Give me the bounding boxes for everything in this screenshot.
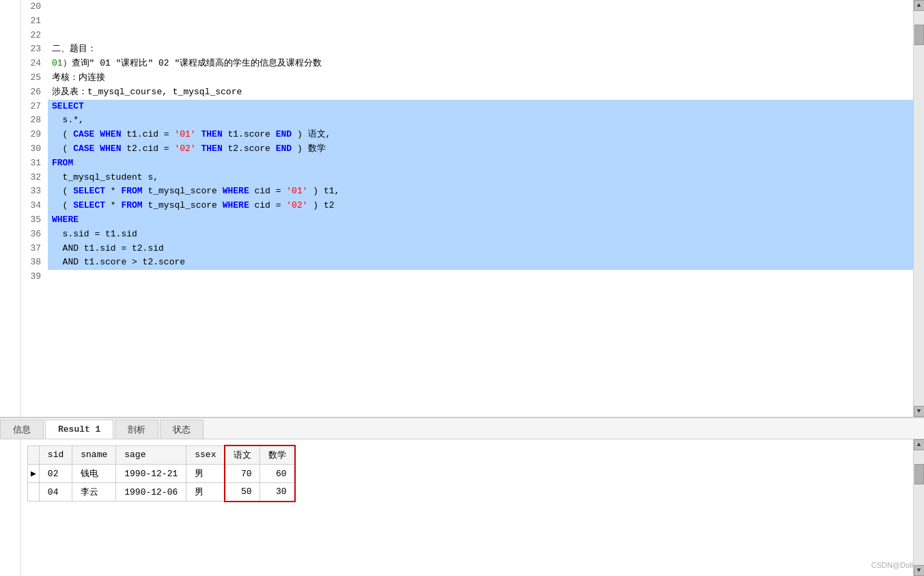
code-token: SELECT (73, 186, 105, 196)
code-editor: 20 21 22 23二、题目：2401）查询" 01 "课程比" 02 "课程… (0, 0, 924, 417)
col-header-数学: 数学 (260, 445, 296, 465)
cell-sname: 李云 (72, 483, 116, 502)
code-line: 35WHERE (20, 213, 913, 228)
table-row: 04李云1990-12-06男5030 (28, 483, 296, 502)
code-token: WHERE (223, 186, 249, 196)
cell-ssex: 男 (186, 483, 225, 502)
line-number: 28 (20, 113, 48, 128)
line-number: 31 (20, 156, 48, 171)
results-content: sidsnamesagessex语文数学▶02钱电1990-12-21男7060… (20, 439, 913, 576)
code-line: 22 (20, 29, 913, 43)
scrollbar-track (914, 11, 924, 406)
tab-剖析[interactable]: 剖析 (115, 420, 158, 439)
row-arrow (28, 483, 40, 502)
code-token: FROM (121, 186, 142, 196)
line-code: AND t1.score > t2.score (48, 256, 913, 270)
code-token: 二、题目： (52, 44, 96, 54)
line-number: 29 (20, 128, 48, 142)
line-code (48, 270, 913, 284)
code-line: 32 t_mysql_student s, (20, 171, 913, 185)
code-token: s.*, (52, 115, 84, 125)
code-content: 20 21 22 23二、题目：2401）查询" 01 "课程比" 02 "课程… (20, 0, 913, 417)
line-number: 35 (20, 213, 48, 228)
code-line: 39 (20, 270, 913, 284)
code-line: 37 AND t1.sid = t2.sid (20, 242, 913, 256)
line-code (48, 0, 913, 14)
code-token: 考核：内连接 (52, 72, 105, 83)
code-token: END (276, 129, 292, 139)
tab-状态[interactable]: 状态 (160, 420, 204, 439)
line-number: 34 (20, 199, 48, 213)
code-line: 2401）查询" 01 "课程比" 02 "课程成绩高的学生的信息及课程分数 (20, 57, 913, 71)
line-code: AND t1.sid = t2.sid (48, 242, 913, 256)
code-line: 34 ( SELECT * FROM t_mysql_score WHERE c… (20, 199, 913, 213)
line-number: 27 (20, 100, 48, 114)
code-token: SELECT (52, 101, 84, 111)
code-token: t_mysql_student s, (52, 172, 158, 182)
line-code: ( CASE WHEN t1.cid = '01' THEN t1.score … (48, 128, 913, 142)
code-line: 21 (20, 14, 913, 29)
code-token: t1.score (223, 129, 276, 139)
scrollbar-right: ▲ ▼ (913, 0, 924, 417)
code-token: END (276, 143, 292, 154)
cell-shuxue: 30 (260, 483, 296, 502)
code-token: THEN (196, 143, 223, 154)
line-code: 二、题目： (48, 42, 913, 57)
code-token: ) 语文, (292, 129, 331, 139)
cell-sname: 钱电 (72, 465, 116, 483)
code-line: 26涉及表：t_mysql_course, t_mysql_score (20, 85, 913, 100)
code-token: ) 数学 (292, 143, 325, 154)
line-code: ( SELECT * FROM t_mysql_score WHERE cid … (48, 199, 913, 213)
results-table: sidsnamesagessex语文数学▶02钱电1990-12-21男7060… (27, 445, 296, 502)
code-line: 27SELECT (20, 100, 913, 114)
code-token: ( (52, 143, 73, 154)
row-arrow: ▶ (28, 465, 40, 483)
code-line: 31FROM (20, 156, 913, 171)
code-line: 33 ( SELECT * FROM t_mysql_score WHERE c… (20, 184, 913, 199)
code-token: AND t1.score > t2.score (52, 257, 185, 267)
code-lines: 20 21 22 23二、题目：2401）查询" 01 "课程比" 02 "课程… (20, 0, 913, 284)
code-line: 25考核：内连接 (20, 71, 913, 85)
line-code: t_mysql_student s, (48, 171, 913, 185)
line-number: 24 (20, 57, 48, 71)
scroll-down-btn[interactable]: ▼ (914, 406, 925, 417)
code-token: '01' (286, 186, 307, 196)
results-scroll-down-btn[interactable]: ▼ (914, 565, 925, 576)
code-token: t2.cid = (121, 143, 174, 154)
code-token: 涉及表：t_mysql_course, t_mysql_score (52, 87, 242, 97)
code-token: 01 (52, 58, 63, 68)
cell-ssex: 男 (186, 465, 225, 483)
line-code (48, 29, 913, 43)
line-code: s.sid = t1.sid (48, 228, 913, 242)
cell-yuwen: 70 (225, 465, 260, 483)
code-token: ( (52, 129, 73, 139)
line-code: ( SELECT * FROM t_mysql_score WHERE cid … (48, 184, 913, 199)
cell-sage: 1990-12-21 (116, 465, 186, 483)
scroll-up-btn[interactable]: ▲ (914, 0, 925, 11)
tabs-bar: 信息Result 1剖析状态 (0, 417, 924, 439)
col-header-sage: sage (116, 445, 186, 465)
code-token: WHERE (223, 200, 249, 210)
line-code: WHERE (48, 213, 913, 228)
scrollbar-right-results: ▲ ▼ (913, 439, 924, 576)
code-token: cid = (249, 186, 287, 196)
scrollbar-thumb[interactable] (914, 25, 924, 45)
line-number: 36 (20, 228, 48, 242)
results-scrollbar-thumb[interactable] (914, 464, 924, 484)
code-token: FROM (121, 200, 142, 210)
code-token: cid = (249, 200, 287, 210)
code-token: s.sid = t1.sid (52, 229, 137, 239)
table-row: ▶02钱电1990-12-21男7060 (28, 465, 296, 483)
col-header-sid: sid (39, 445, 72, 465)
results-scroll-up-btn[interactable]: ▲ (914, 439, 925, 450)
tab-result-1[interactable]: Result 1 (45, 420, 113, 439)
tab-信息[interactable]: 信息 (0, 420, 44, 439)
code-token: '01' (174, 129, 195, 139)
results-area: sidsnamesagessex语文数学▶02钱电1990-12-21男7060… (0, 439, 924, 576)
line-number: 38 (20, 256, 48, 270)
line-code: FROM (48, 156, 913, 171)
code-token: ( (52, 200, 73, 210)
col-header-语文: 语文 (225, 445, 260, 465)
main-container: 20 21 22 23二、题目：2401）查询" 01 "课程比" 02 "课程… (0, 0, 924, 576)
code-line: 28 s.*, (20, 113, 913, 128)
